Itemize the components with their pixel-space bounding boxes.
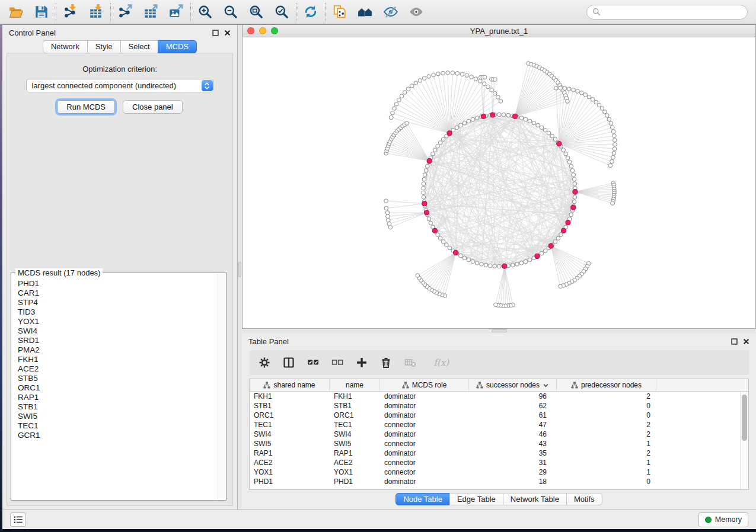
- table-cell: 2: [557, 430, 656, 438]
- import-table-icon[interactable]: [88, 4, 104, 20]
- result-node[interactable]: SWI4: [18, 326, 217, 336]
- result-node[interactable]: SRD1: [18, 336, 217, 345]
- delete-columns-icon[interactable]: [380, 357, 392, 368]
- result-node[interactable]: YOX1: [18, 317, 217, 326]
- table-panel-title: Table Panel: [248, 337, 289, 346]
- table-scrollbar[interactable]: [740, 392, 748, 489]
- table-row[interactable]: SWI4SWI4dominator462: [250, 430, 740, 439]
- import-network-icon[interactable]: [63, 4, 78, 20]
- search-input[interactable]: [604, 8, 742, 17]
- tab-network-table[interactable]: Network Table: [503, 493, 567, 505]
- control-panel-title: Control Panel: [9, 28, 56, 37]
- task-history-button[interactable]: [10, 512, 26, 527]
- first-neighbors-icon[interactable]: [358, 4, 373, 20]
- delete-table-icon: [404, 357, 416, 368]
- result-node[interactable]: ORC1: [18, 383, 217, 393]
- tab-style[interactable]: Style: [87, 40, 121, 53]
- close-window-icon[interactable]: [247, 27, 254, 34]
- result-node[interactable]: TEC1: [18, 421, 217, 431]
- column-header-name[interactable]: name: [330, 379, 380, 391]
- split-columns-icon[interactable]: [283, 357, 295, 368]
- table-settings-gear-icon[interactable]: [259, 357, 270, 368]
- float-panel-icon[interactable]: [212, 30, 219, 36]
- tab-mcds[interactable]: MCDS: [158, 40, 197, 53]
- tab-motifs[interactable]: Motifs: [566, 493, 602, 505]
- result-node[interactable]: RAP1: [18, 393, 217, 402]
- memory-label: Memory: [715, 515, 742, 524]
- table-row[interactable]: YOX1YOX1connector291: [250, 467, 740, 477]
- table-row[interactable]: FKH1FKH1dominator962: [250, 392, 740, 401]
- mcds-result-list[interactable]: PHD1CAR1STP4TID3YOX1SWI4SRD1PMA2FKH1ACE2…: [12, 278, 217, 499]
- table-scrollbar-thumb[interactable]: [742, 395, 747, 441]
- column-header-successor-nodes[interactable]: successor nodes: [469, 379, 557, 391]
- hide-selected-icon[interactable]: [383, 4, 398, 20]
- table-cell: 1: [557, 440, 656, 448]
- apply-preferred-layout-icon[interactable]: [303, 4, 318, 20]
- result-node[interactable]: FKH1: [18, 355, 217, 364]
- result-node[interactable]: PMA2: [18, 345, 217, 355]
- mcds-result-scrollbar[interactable]: [218, 274, 225, 499]
- tab-edge-table[interactable]: Edge Table: [449, 493, 503, 505]
- column-header-shared-name[interactable]: shared name: [250, 379, 330, 391]
- search-icon: [592, 8, 601, 16]
- unselect-all-columns-icon[interactable]: [331, 357, 343, 368]
- close-panel-icon[interactable]: [224, 30, 231, 36]
- float-table-panel-icon[interactable]: [731, 338, 738, 345]
- tab-network[interactable]: Network: [43, 40, 88, 53]
- table-row[interactable]: RAP1RAP1dominator352: [250, 448, 740, 458]
- close-panel-button[interactable]: Close panel: [123, 100, 183, 114]
- open-session-icon[interactable]: [8, 4, 24, 20]
- network-title-bar: YPA_prune.txt_1: [243, 25, 755, 37]
- table-cell: dominator: [380, 449, 469, 457]
- zoom-in-icon[interactable]: [197, 4, 213, 20]
- result-node[interactable]: STB5: [18, 374, 217, 383]
- criterion-dropdown[interactable]: largest connected component (undirected): [26, 79, 214, 92]
- table-cell: connector: [380, 459, 469, 467]
- result-node[interactable]: STB1: [18, 402, 217, 412]
- save-session-icon[interactable]: [34, 4, 49, 20]
- result-node[interactable]: GCR1: [18, 431, 217, 440]
- close-table-panel-icon[interactable]: [743, 338, 749, 345]
- vertical-splitter[interactable]: [238, 25, 242, 510]
- memory-button[interactable]: Memory: [698, 512, 748, 527]
- tab-node-table[interactable]: Node Table: [395, 493, 450, 505]
- run-mcds-button[interactable]: Run MCDS: [57, 100, 115, 114]
- network-graph[interactable]: [243, 37, 755, 328]
- vertical-splitter-handle[interactable]: [238, 262, 241, 277]
- zoom-selected-icon[interactable]: [274, 4, 289, 20]
- table-row[interactable]: ORC1ORC1dominator610: [250, 411, 740, 420]
- result-node[interactable]: PHD1: [18, 279, 217, 289]
- table-row[interactable]: SWI5SWI5connector431: [250, 439, 740, 448]
- zoom-fit-icon[interactable]: [248, 4, 264, 20]
- horizontal-splitter-handle[interactable]: [492, 329, 507, 332]
- export-network-icon[interactable]: [117, 4, 133, 20]
- table-cell: TEC1: [250, 421, 330, 429]
- result-node[interactable]: STP4: [18, 298, 217, 307]
- column-header-predecessor-nodes[interactable]: predecessor nodes: [557, 379, 656, 391]
- network-canvas[interactable]: [243, 37, 755, 328]
- table-row[interactable]: STB1STB1dominator620: [250, 401, 740, 411]
- horizontal-splitter[interactable]: [242, 329, 756, 334]
- table-panel-tabs: Node TableEdge TableNetwork TableMotifs: [242, 493, 756, 505]
- result-node[interactable]: ACE2: [18, 364, 217, 374]
- result-node[interactable]: TID3: [18, 307, 217, 317]
- export-table-icon[interactable]: [143, 4, 158, 20]
- minimize-window-icon[interactable]: [259, 27, 266, 34]
- search-box[interactable]: [586, 5, 748, 20]
- result-node[interactable]: SWI5: [18, 412, 217, 421]
- show-hidden-icon[interactable]: [409, 4, 424, 20]
- maximize-window-icon[interactable]: [271, 27, 278, 34]
- select-all-columns-icon[interactable]: [307, 357, 319, 368]
- clone-network-icon[interactable]: [332, 4, 347, 20]
- table-row[interactable]: PHD1PHD1dominator180: [250, 477, 740, 486]
- column-header-MCDS-role[interactable]: MCDS role: [380, 379, 469, 391]
- zoom-out-icon[interactable]: [223, 4, 238, 20]
- table-row[interactable]: ACE2ACE2connector311: [250, 458, 740, 467]
- tab-select[interactable]: Select: [120, 40, 158, 53]
- result-node[interactable]: CAR1: [18, 289, 217, 298]
- dropdown-stepper-icon[interactable]: [202, 80, 213, 91]
- create-column-icon[interactable]: [356, 357, 368, 368]
- table-row[interactable]: TEC1TEC1connector472: [250, 420, 740, 430]
- table-cell: 18: [469, 477, 557, 486]
- export-image-icon[interactable]: [168, 4, 184, 20]
